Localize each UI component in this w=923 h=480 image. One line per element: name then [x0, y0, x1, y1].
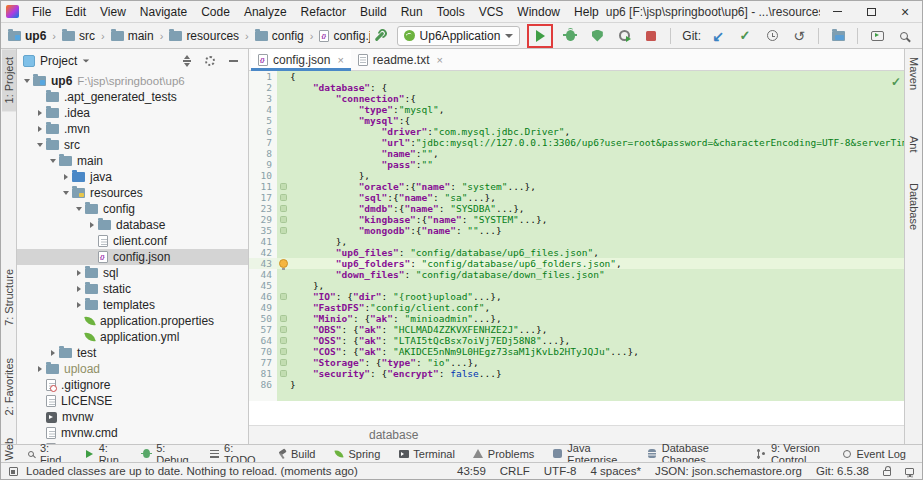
- code-line-6[interactable]: 6 "driver":"com.mysql.jdbc.Driver",: [249, 126, 904, 137]
- chevron-collapsed-icon[interactable]: [86, 222, 98, 228]
- line-number[interactable]: 11: [249, 181, 277, 192]
- status-json-schema[interactable]: JSON: json.schemastore.org: [655, 465, 802, 477]
- tree-item-apt-generated-tests[interactable]: .apt_generated_tests: [17, 89, 248, 105]
- fold-marker-icon[interactable]: [277, 335, 290, 346]
- stripe-tab-database[interactable]: Database: [907, 175, 921, 238]
- line-number[interactable]: 50: [249, 313, 277, 324]
- line-number[interactable]: 81: [249, 368, 277, 379]
- code-line-64[interactable]: 64 "OSS": {"ak": "LTAI5tQcBsx7oiVj7EDj58…: [249, 335, 904, 346]
- git-commit-button[interactable]: ✓: [735, 26, 755, 46]
- line-number[interactable]: 2: [249, 82, 277, 93]
- status-caret-position[interactable]: 43:59: [457, 465, 486, 477]
- code-line-77[interactable]: 77 "Storage": {"type": "io"...},: [249, 357, 904, 368]
- line-number[interactable]: 4: [249, 104, 277, 115]
- tree-item-src[interactable]: src: [17, 137, 248, 153]
- fold-marker-icon[interactable]: [277, 225, 290, 236]
- fold-marker-icon[interactable]: [277, 324, 290, 335]
- rollback-button[interactable]: ↺: [789, 26, 809, 46]
- tree-item-test[interactable]: test: [17, 345, 248, 361]
- menu-analyze[interactable]: Analyze: [237, 3, 294, 21]
- chevron-expanded-icon[interactable]: [73, 207, 85, 211]
- line-number[interactable]: 3: [249, 93, 277, 104]
- code-line-49[interactable]: 49 "FastDFS":"config/client.conf",: [249, 302, 904, 313]
- toolwindow-quick-access-icon[interactable]: [9, 467, 18, 476]
- chevron-collapsed-icon[interactable]: [34, 126, 46, 132]
- menu-build[interactable]: Build: [353, 3, 394, 21]
- breadcrumb-item-config[interactable]: config: [252, 28, 307, 44]
- panel-settings-button[interactable]: [201, 52, 219, 70]
- code-line-23[interactable]: 23 "dmdb":{"name": "SYSDBA"...},: [249, 203, 904, 214]
- chevron-collapsed-icon[interactable]: [60, 174, 72, 180]
- code-line-9[interactable]: 9 "pass":"": [249, 159, 904, 170]
- code-line-3[interactable]: 3 "connection":{: [249, 93, 904, 104]
- stripe-tab-ant[interactable]: Ant: [907, 128, 921, 161]
- tree-item-config-json[interactable]: config.json: [17, 249, 248, 265]
- code-line-5[interactable]: 5 "mysql":{: [249, 115, 904, 126]
- code-line-2[interactable]: 2 "database": {: [249, 82, 904, 93]
- status-file-encoding[interactable]: UTF-8: [544, 465, 577, 477]
- profiler-button[interactable]: [614, 26, 634, 46]
- toolwindow-button-spring[interactable]: Spring: [333, 448, 380, 460]
- tree-item-config[interactable]: config: [17, 201, 248, 217]
- menu-window[interactable]: Window: [510, 3, 567, 21]
- line-number[interactable]: 7: [249, 137, 277, 148]
- chevron-collapsed-icon[interactable]: [34, 110, 46, 116]
- breadcrumb-item-up6[interactable]: up6: [5, 28, 49, 44]
- toolwindow-button-event-log[interactable]: Event Log: [841, 448, 906, 460]
- fold-marker-icon[interactable]: [277, 357, 290, 368]
- code-line-44[interactable]: 44 "down_files": "config/database/down_f…: [249, 269, 904, 280]
- menu-view[interactable]: View: [93, 3, 133, 21]
- tree-item-mvnw-cmd[interactable]: mvnw.cmd: [17, 425, 248, 441]
- line-number[interactable]: 35: [249, 225, 277, 236]
- intention-bulb-icon[interactable]: [277, 258, 290, 269]
- project-view-title[interactable]: Project: [40, 54, 77, 68]
- code-line-46[interactable]: 46 "IO": {"dir": "{root}upload"...},: [249, 291, 904, 302]
- line-number[interactable]: 77: [249, 357, 277, 368]
- stop-button[interactable]: [641, 26, 661, 46]
- fold-marker-icon[interactable]: [277, 291, 290, 302]
- code-line-17[interactable]: 17 "sql":{"name": "sa"...},: [249, 192, 904, 203]
- code-editor[interactable]: 1{2 "database": {3 "connection":{4 "type…: [249, 71, 904, 425]
- fold-marker-icon[interactable]: [277, 368, 290, 379]
- tree-item-upload[interactable]: upload: [17, 361, 248, 377]
- menu-help[interactable]: Help: [567, 3, 606, 21]
- tree-item-gitignore[interactable]: .gitignore: [17, 377, 248, 393]
- status-line-separator[interactable]: CRLF: [500, 465, 530, 477]
- code-line-35[interactable]: 35 "mongodb":{"name": ""...}: [249, 225, 904, 236]
- stripe-tab-1-project[interactable]: 1: Project: [2, 49, 16, 111]
- line-number[interactable]: 8: [249, 148, 277, 159]
- tree-item-license[interactable]: LICENSE: [17, 393, 248, 409]
- fold-marker-icon[interactable]: [277, 346, 290, 357]
- run-toolwindow-button[interactable]: [867, 26, 887, 46]
- stripe-tab-web[interactable]: Web: [2, 430, 16, 468]
- tree-item-client-conf[interactable]: client.conf: [17, 233, 248, 249]
- menu-file[interactable]: File: [25, 3, 58, 21]
- code-line-86[interactable]: 86}: [249, 379, 904, 390]
- code-line-70[interactable]: 70 "COS": {"ak": "AKIDCE5nNm9L0HEgz73saM…: [249, 346, 904, 357]
- menu-refactor[interactable]: Refactor: [294, 3, 353, 21]
- status-git-branch[interactable]: Git: 6.5.38: [816, 465, 869, 477]
- inspections-ok-icon[interactable]: ✓: [891, 75, 901, 89]
- line-number[interactable]: 17: [249, 192, 277, 203]
- line-number[interactable]: 86: [249, 379, 277, 390]
- menu-code[interactable]: Code: [194, 3, 237, 21]
- line-number[interactable]: 10: [249, 170, 277, 181]
- stripe-tab-7-structure[interactable]: 7: Structure: [2, 261, 16, 334]
- line-number[interactable]: 57: [249, 324, 277, 335]
- code-line-42[interactable]: 42 "up6_files": "config/database/up6_fil…: [249, 247, 904, 258]
- code-line-41[interactable]: 41 },: [249, 236, 904, 247]
- tree-item-database[interactable]: database: [17, 217, 248, 233]
- breadcrumb-item-main[interactable]: main: [108, 28, 157, 44]
- chevron-expanded-icon[interactable]: [47, 159, 59, 163]
- code-line-43[interactable]: 43 "up6_folders": "config/database/up6_f…: [249, 258, 904, 269]
- tree-item-main[interactable]: main: [17, 153, 248, 169]
- menu-navigate[interactable]: Navigate: [133, 3, 194, 21]
- code-line-7[interactable]: 7 "url":"jdbc:mysql://127.0.0.1:3306/up6…: [249, 137, 904, 148]
- lock-icon[interactable]: [883, 470, 891, 476]
- collapse-all-button[interactable]: [178, 52, 196, 70]
- tree-item-application-properties[interactable]: application.properties: [17, 313, 248, 329]
- code-line-81[interactable]: 81 "security": {"encrypt": false...}: [249, 368, 904, 379]
- toolwindow-button-build[interactable]: Build: [276, 448, 315, 460]
- tree-item-application-yml[interactable]: application.yml: [17, 329, 248, 345]
- chevron-expanded-icon[interactable]: [21, 79, 33, 83]
